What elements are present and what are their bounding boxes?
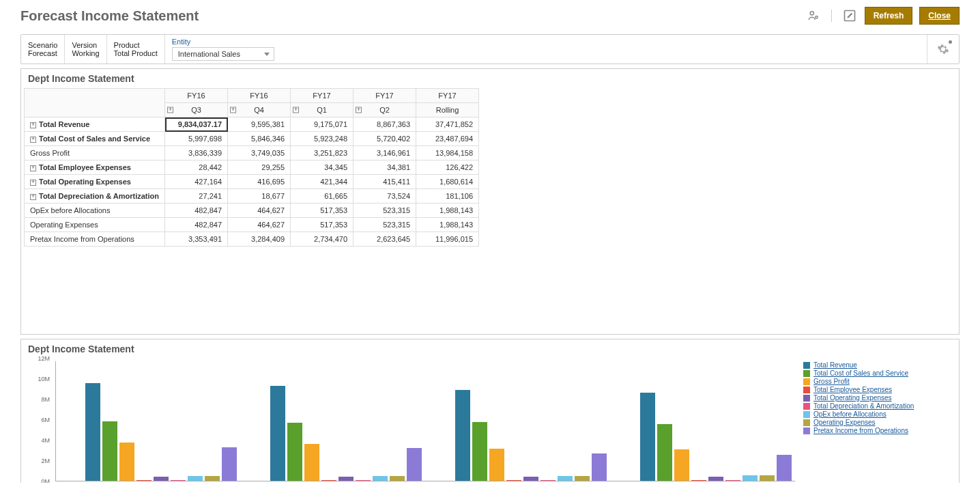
legend-item[interactable]: Pretax Income from Operations	[803, 427, 952, 435]
legend-label[interactable]: Operating Expenses	[813, 419, 876, 427]
legend-label[interactable]: Total Depreciation & Amortization	[813, 402, 914, 410]
grid-cell[interactable]: 11,996,015	[416, 232, 479, 247]
bar[interactable]	[222, 447, 237, 481]
grid-cell[interactable]: 427,164	[165, 175, 228, 189]
expand-icon[interactable]	[30, 165, 36, 171]
legend-label[interactable]: Total Cost of Sales and Service	[813, 369, 908, 378]
bar[interactable]	[558, 476, 573, 481]
grid-cell[interactable]: 523,315	[354, 218, 416, 232]
bar[interactable]	[171, 480, 186, 481]
table-row[interactable]: Pretax Income from Operations3,353,4913,…	[25, 232, 479, 247]
grid-cell[interactable]: 5,720,402	[354, 132, 416, 146]
bar[interactable]	[541, 480, 556, 481]
bar[interactable]	[205, 476, 220, 481]
bar[interactable]	[287, 423, 302, 481]
bar[interactable]	[592, 453, 607, 481]
col-header-fy[interactable]: FY16	[165, 89, 228, 103]
grid-cell[interactable]: 464,627	[228, 204, 291, 218]
pov-version[interactable]: Version Working	[65, 35, 106, 64]
grid-cell[interactable]: 482,847	[165, 218, 228, 232]
pov-scenario[interactable]: Scenario Forecast	[21, 35, 65, 64]
legend-item[interactable]: Total Depreciation & Amortization	[803, 402, 952, 410]
bar[interactable]	[691, 480, 706, 481]
grid-cell[interactable]: 5,997,698	[165, 132, 228, 146]
legend-label[interactable]: Pretax Income from Operations	[813, 427, 908, 435]
table-row[interactable]: Total Operating Expenses427,164416,69542…	[25, 175, 479, 189]
col-header-period[interactable]: Rolling	[416, 103, 479, 117]
grid-cell[interactable]: 13,984,158	[416, 146, 479, 160]
expand-icon[interactable]	[30, 137, 36, 143]
grid-cell[interactable]: 37,471,852	[416, 117, 479, 132]
bar[interactable]	[708, 477, 723, 481]
grid-cell[interactable]: 8,867,363	[354, 117, 416, 132]
edit-icon[interactable]	[841, 8, 858, 24]
expand-icon[interactable]	[30, 194, 36, 200]
bar[interactable]	[640, 393, 655, 481]
grid-cell[interactable]: 28,442	[165, 160, 228, 175]
table-row[interactable]: Operating Expenses482,847464,627517,3535…	[25, 218, 479, 232]
grid-cell[interactable]: 415,411	[354, 175, 416, 189]
bar[interactable]	[489, 449, 504, 481]
grid-cell[interactable]: 3,284,409	[228, 232, 291, 247]
grid-cell[interactable]: 23,487,694	[416, 132, 479, 146]
legend-item[interactable]: Total Operating Expenses	[803, 394, 952, 402]
col-header-period[interactable]: Q2	[354, 103, 416, 117]
expand-icon[interactable]	[30, 122, 36, 128]
grid-cell[interactable]: 3,836,339	[165, 146, 228, 160]
bar-group[interactable]	[455, 390, 607, 481]
bar[interactable]	[356, 480, 371, 481]
table-row[interactable]: Total Revenue9,834,037.179,595,3819,175,…	[25, 117, 479, 132]
bar[interactable]	[777, 455, 792, 481]
col-header-period[interactable]: Q4	[228, 103, 291, 117]
expand-icon[interactable]	[293, 107, 299, 113]
grid-cell[interactable]: 5,923,248	[291, 132, 354, 146]
bar[interactable]	[657, 424, 672, 481]
grid-cell[interactable]: 517,353	[291, 204, 354, 218]
pov-product[interactable]: Product Total Product	[107, 35, 165, 64]
grid-cell[interactable]: 5,846,346	[228, 132, 291, 146]
bar[interactable]	[85, 383, 100, 481]
legend-item[interactable]: Operating Expenses	[803, 419, 952, 427]
grid-cell[interactable]: 9,175,071	[291, 117, 354, 132]
legend-item[interactable]: Gross Profit	[803, 378, 952, 386]
expand-icon[interactable]	[230, 107, 236, 113]
grid-cell[interactable]: 3,749,035	[228, 146, 291, 160]
bar[interactable]	[373, 476, 388, 481]
grid-cell[interactable]: 34,345	[291, 160, 354, 175]
col-header-period[interactable]: Q3	[165, 103, 228, 117]
expand-icon[interactable]	[356, 107, 362, 113]
grid-cell[interactable]: 3,251,823	[291, 146, 354, 160]
legend-label[interactable]: Gross Profit	[813, 378, 850, 386]
bar[interactable]	[119, 443, 134, 481]
table-row[interactable]: Total Employee Expenses28,44229,25534,34…	[25, 160, 479, 175]
bar[interactable]	[455, 390, 470, 481]
expand-icon[interactable]	[30, 180, 36, 186]
bar[interactable]	[188, 476, 203, 481]
grid-cell[interactable]: 18,677	[228, 189, 291, 204]
legend-item[interactable]: Total Employee Expenses	[803, 386, 952, 394]
grid-cell[interactable]: 464,627	[228, 218, 291, 232]
bar[interactable]	[674, 449, 689, 481]
grid-cell[interactable]: 73,524	[354, 189, 416, 204]
bar[interactable]	[523, 477, 538, 481]
table-row[interactable]: OpEx before Allocations482,847464,627517…	[25, 204, 479, 218]
col-header-fy[interactable]: FY17	[416, 89, 479, 103]
expand-icon[interactable]	[167, 107, 173, 113]
legend-item[interactable]: Total Cost of Sales and Service	[803, 369, 952, 378]
bar[interactable]	[304, 444, 319, 481]
entity-dropdown[interactable]: International Sales	[172, 47, 274, 61]
col-header-fy[interactable]: FY16	[228, 89, 291, 103]
grid-cell[interactable]: 27,241	[165, 189, 228, 204]
grid-cell[interactable]: 29,255	[228, 160, 291, 175]
bar[interactable]	[154, 477, 169, 481]
grid-cell[interactable]: 523,315	[354, 204, 416, 218]
bar-group[interactable]	[640, 393, 792, 481]
table-row[interactable]: Gross Profit3,836,3393,749,0353,251,8233…	[25, 146, 479, 160]
bar[interactable]	[725, 480, 740, 481]
bar[interactable]	[136, 480, 152, 481]
bar[interactable]	[321, 480, 336, 481]
legend-label[interactable]: Total Employee Expenses	[813, 386, 892, 394]
grid-cell[interactable]: 1,680,614	[416, 175, 479, 189]
bar[interactable]	[506, 480, 521, 481]
bar[interactable]	[760, 475, 775, 481]
